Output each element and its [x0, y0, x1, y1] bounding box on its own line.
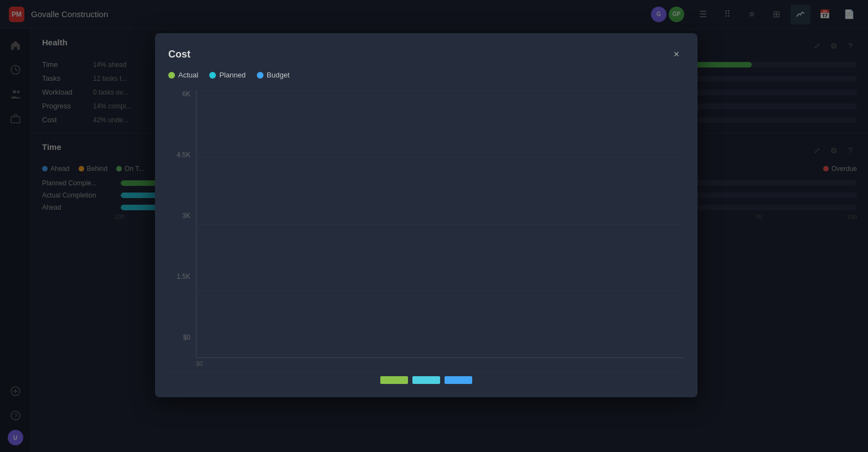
- legend-circle-budget: [257, 72, 264, 79]
- thumb-planned: [412, 376, 440, 384]
- legend-text-planned: Planned: [219, 71, 246, 79]
- thumb-actual: [380, 376, 408, 384]
- modal-bottom-thumbs: [168, 371, 684, 384]
- legend-text-actual: Actual: [178, 71, 198, 79]
- y-label-15k: 1.5K: [177, 273, 190, 280]
- chart-plot: [196, 90, 684, 358]
- chart-body: 6K 4.5K 3K 1.5K $0: [168, 90, 684, 358]
- chart-area: 6K 4.5K 3K 1.5K $0: [168, 90, 684, 367]
- y-label-6k: 6K: [182, 90, 190, 98]
- y-label-45k: 4.5K: [177, 151, 190, 159]
- legend-circle-planned: [209, 72, 216, 79]
- modal-title: Cost: [168, 49, 190, 60]
- legend-planned: Planned: [209, 71, 246, 79]
- chart-legend: Actual Planned Budget: [168, 71, 684, 79]
- legend-actual: Actual: [168, 71, 198, 79]
- legend-budget: Budget: [257, 71, 290, 79]
- thumb-budget: [445, 376, 472, 384]
- y-axis: 6K 4.5K 3K 1.5K $0: [168, 90, 196, 358]
- cost-modal: Cost × Actual Planned Budget 6K 4.5K 3K …: [155, 33, 698, 397]
- legend-circle-actual: [168, 72, 175, 79]
- y-label-0: $0: [183, 334, 190, 341]
- modal-header: Cost ×: [168, 46, 684, 62]
- legend-text-budget: Budget: [267, 71, 290, 79]
- bars-container: [197, 90, 684, 357]
- modal-close-button[interactable]: ×: [669, 46, 684, 62]
- y-label-3k: 3K: [182, 212, 190, 220]
- x-label-0: $0: [196, 360, 203, 367]
- x-axis-labels: $0: [168, 358, 684, 367]
